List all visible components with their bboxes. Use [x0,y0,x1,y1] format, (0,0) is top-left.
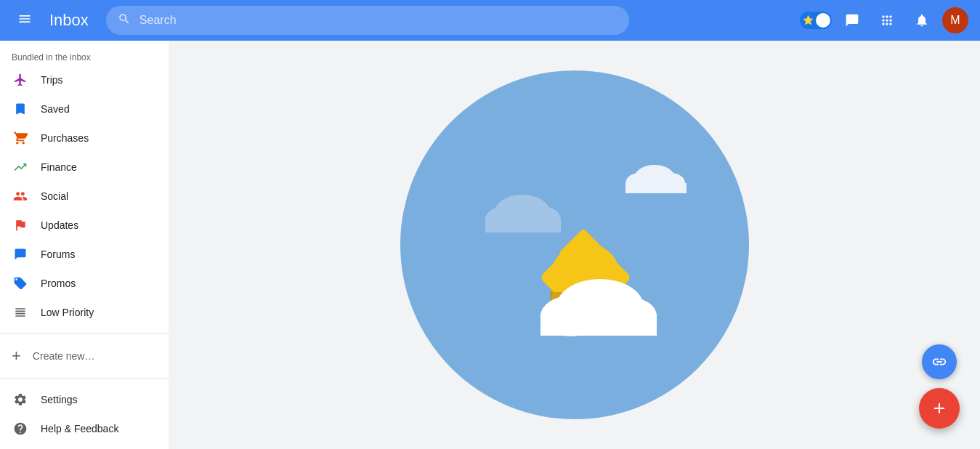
avatar[interactable]: M [942,7,968,33]
sidebar-item-promos[interactable]: Promos [0,269,163,298]
trips-icon [12,73,29,87]
sidebar-item-promos-label: Promos [41,278,76,289]
sidebar-item-finance[interactable]: Finance [0,153,163,182]
sidebar-divider-2 [0,379,169,379]
svg-rect-20 [540,314,657,336]
main-content [169,41,980,449]
sidebar-item-purchases[interactable]: Purchases [0,124,163,153]
sidebar-item-help[interactable]: Help & Feedback [0,414,163,443]
sidebar-item-trips[interactable]: Trips [0,65,163,94]
sidebar-item-lowpriority[interactable]: Low Priority [0,298,163,327]
settings-icon [12,392,29,407]
saved-icon [12,102,29,116]
updates-icon [12,218,29,232]
header-right: ⭐ M [800,6,968,35]
finance-icon [12,160,29,174]
notifications-button[interactable] [907,6,936,35]
app-title: Inbox [49,11,89,30]
search-input[interactable] [139,14,617,27]
sidebar-item-lowpriority-label: Low Priority [41,307,94,318]
create-new-label: Create new… [33,350,95,362]
sidebar-item-social-label: Social [41,190,68,202]
search-icon [118,12,131,29]
menu-icon[interactable] [12,6,38,36]
quote-button[interactable] [838,6,867,35]
forums-icon [12,247,29,262]
header: Inbox ⭐ M [0,0,980,41]
promos-icon [12,276,29,291]
apps-button[interactable] [872,6,902,35]
sidebar-item-saved-label: Saved [41,103,70,115]
create-new-button[interactable]: + Create new… [0,339,169,373]
illustration-container [169,41,980,449]
create-new-icon: + [12,347,21,365]
sidebar-item-settings-label: Settings [41,394,78,405]
sidebar-item-updates-label: Updates [41,219,78,231]
sidebar-item-finance-label: Finance [41,161,77,173]
social-icon [12,189,29,203]
sidebar-item-trips-label: Trips [41,74,63,86]
compose-fab-button[interactable] [919,388,960,429]
weather-illustration [386,56,764,434]
sidebar-section-label: Bundled in the inbox [0,46,169,65]
help-icon [12,421,29,436]
sidebar-item-settings[interactable]: Settings [0,385,163,414]
sidebar-item-help-label: Help & Feedback [41,423,118,434]
toggle-button[interactable]: ⭐ [800,12,832,29]
lowpriority-icon [12,305,29,320]
sidebar-item-saved[interactable]: Saved [0,94,163,124]
sidebar-item-updates[interactable]: Updates [0,211,163,240]
svg-rect-8 [485,219,561,232]
sidebar: Bundled in the inbox Trips Saved Purchas… [0,41,169,449]
sidebar-item-social[interactable]: Social [0,182,163,211]
sidebar-item-forums-label: Forums [41,248,75,260]
sidebar-item-forums[interactable]: Forums [0,240,163,269]
svg-rect-4 [625,183,687,193]
sidebar-divider-1 [0,333,169,333]
fab-container [919,344,960,429]
link-fab-button[interactable] [922,344,957,379]
search-bar[interactable] [106,6,629,35]
star-toggle-icon: ⭐ [803,15,814,25]
sidebar-item-purchases-label: Purchases [41,132,89,144]
purchases-icon [12,131,29,145]
